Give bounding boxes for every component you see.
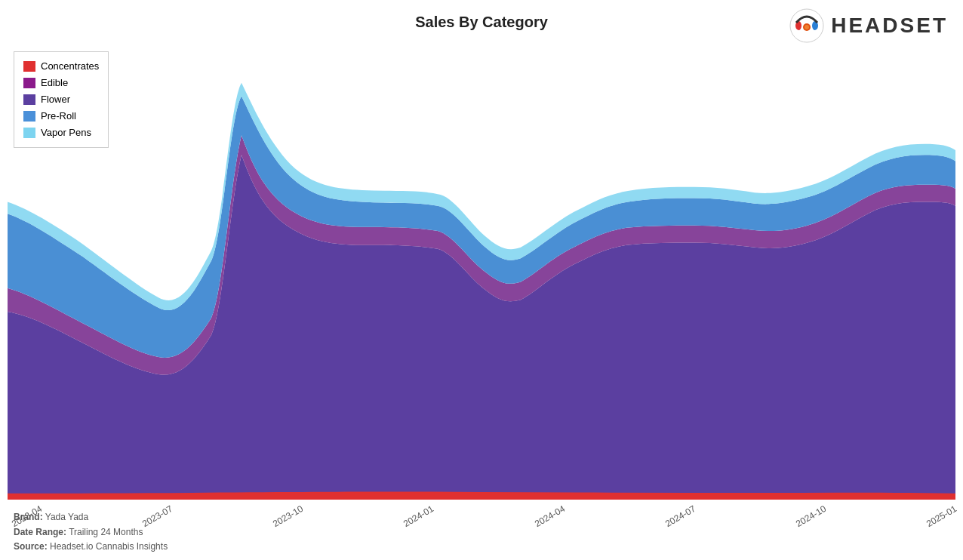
x-label-2: 2023-10 xyxy=(271,503,305,529)
footer-source: Source: Headset.io Cannabis Insights xyxy=(14,540,168,554)
brand-label: Brand: xyxy=(14,512,43,522)
date-range-label: Date Range: xyxy=(14,527,66,537)
source-label: Source: xyxy=(14,541,48,552)
chart-svg xyxy=(8,45,955,500)
x-label-3: 2024-01 xyxy=(402,503,435,529)
x-label-4: 2024-04 xyxy=(532,503,566,529)
brand-value: Yada Yada xyxy=(45,512,88,522)
chart-area xyxy=(8,45,955,500)
source-value: Headset.io Cannabis Insights xyxy=(50,541,168,552)
chart-title: Sales By Category xyxy=(0,14,963,31)
footer-date-range: Date Range: Trailing 24 Months xyxy=(14,525,168,540)
x-label-5: 2024-07 xyxy=(663,503,697,529)
footer-brand: Brand: Yada Yada xyxy=(14,510,168,525)
footer-info: Brand: Yada Yada Date Range: Trailing 24… xyxy=(14,510,168,554)
date-range-value: Trailing 24 Months xyxy=(69,527,143,537)
x-label-7: 2025-01 xyxy=(925,503,958,529)
x-label-6: 2024-10 xyxy=(794,503,828,529)
page: HEADSET Sales By Category Concentrates E… xyxy=(0,0,963,560)
